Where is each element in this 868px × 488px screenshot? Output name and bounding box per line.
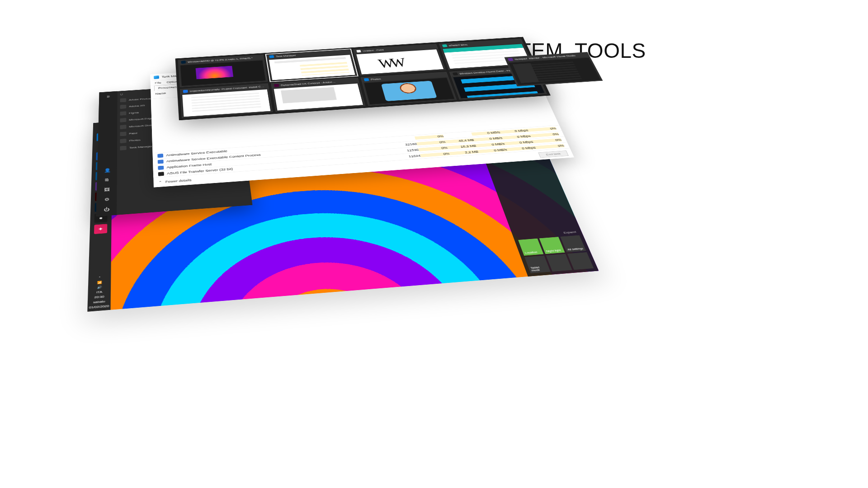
tray-clock-time[interactable]: 20:30 <box>94 295 104 299</box>
app-icon <box>183 90 188 93</box>
task-manager-icon <box>154 75 159 79</box>
quick-action-tile[interactable] <box>567 252 594 270</box>
end-task-button[interactable]: End task <box>538 150 569 158</box>
task-view-item[interactable]: Untitled - Paint <box>353 44 446 75</box>
start-rail: ≡ 👤 🗎 🖼 ⚙ ⏻ <box>96 91 118 216</box>
task-view-item[interactable]: WindowsBAND @ 72,8% (Livello 1, RGB/8) * <box>178 55 268 87</box>
documents-icon[interactable]: 🗎 <box>103 177 111 183</box>
window-thumbnail <box>364 78 454 104</box>
task-view-item[interactable]: imperador/chromefy: Project Croissant: I… <box>180 84 273 118</box>
window-thumbnail <box>274 84 363 111</box>
window-thumbnail <box>356 49 443 74</box>
taskbar-tray: ˄ 📶 🔊 ITA 20:30 sabato 01/02/2020 <box>87 273 111 312</box>
process-icon <box>158 160 164 164</box>
window-thumbnail <box>509 58 600 85</box>
app-icon <box>364 78 369 81</box>
app-icon <box>181 61 186 64</box>
quick-action-tile[interactable]: Tablet mode <box>524 256 550 273</box>
task-view-item[interactable]: Notepad_Injector - Microsoft Visual Stud… <box>504 52 603 86</box>
chevron-up-icon: ⌃ <box>158 180 162 184</box>
tray-clock-day: sabato <box>93 300 105 304</box>
quick-action-tile[interactable]: Location <box>518 239 543 256</box>
app-icon <box>508 58 514 61</box>
task-view-item[interactable]: DynamicShell UX Concept - Adobe… <box>271 78 365 112</box>
process-icon <box>157 154 163 158</box>
app-icon[interactable]: ✦ <box>94 224 107 234</box>
process-icon <box>158 172 164 176</box>
layers-scene: ⊞ 🔍 ▢ e ✉ 🛍 ◆ Ai Ps ● ✦ ˄ 📶 🔊 ITA 20:30 … <box>23 68 656 384</box>
start-hamburger-icon[interactable]: ≡ <box>105 94 112 99</box>
tray-wifi-icon[interactable]: 📶 <box>97 281 102 284</box>
tray-volume-icon[interactable]: 🔊 <box>97 286 102 289</box>
settings-icon[interactable]: ⚙ <box>103 197 110 202</box>
app-icon <box>274 84 279 87</box>
user-icon[interactable]: 👤 <box>104 168 111 173</box>
quick-action-tile[interactable]: All settings <box>560 235 586 253</box>
fewer-details-toggle[interactable]: ⌃ Fewer details <box>158 178 191 184</box>
window-thumbnail <box>182 89 270 117</box>
task-view-item[interactable]: Photos <box>361 72 457 106</box>
app-icon <box>453 72 458 75</box>
app-icon <box>269 55 274 58</box>
window-thumbnail <box>269 55 355 80</box>
pictures-icon[interactable]: 🖼 <box>103 187 111 192</box>
tray-chevron-icon[interactable]: ˄ <box>99 276 100 280</box>
app-icon <box>356 50 362 53</box>
power-icon[interactable]: ⏻ <box>103 206 111 212</box>
app-icon <box>442 44 448 47</box>
tray-clock-date: 01/02/2020 <box>89 304 109 309</box>
process-icon <box>158 166 164 170</box>
tray-lang[interactable]: ITA <box>96 290 102 294</box>
menu-file[interactable]: File <box>155 81 161 84</box>
window-thumbnail <box>180 60 266 86</box>
task-view-item[interactable]: Task Manager <box>266 49 358 81</box>
